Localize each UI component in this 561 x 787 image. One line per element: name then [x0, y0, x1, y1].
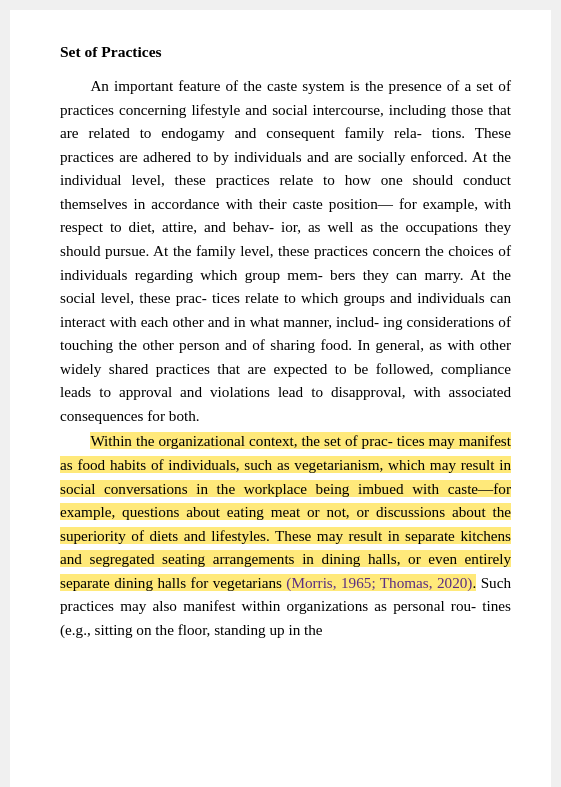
page: Set of Practices An important feature of…: [10, 10, 551, 787]
paragraph-2: Within the organizational context, the s…: [60, 429, 511, 641]
citation-1: (Morris, 1965; Thomas, 2020): [286, 574, 472, 591]
highlighted-text-start: Within the organizational context, the s…: [60, 432, 511, 590]
section-title: Set of Practices: [60, 40, 511, 64]
paragraph-1: An important feature of the caste system…: [60, 74, 511, 427]
